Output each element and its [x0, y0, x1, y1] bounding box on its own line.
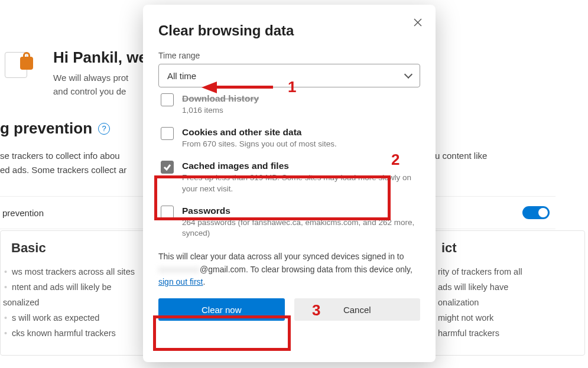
- cancel-button[interactable]: Cancel: [294, 298, 421, 321]
- data-type-list: Download history 1,016 items Cookies and…: [158, 93, 420, 247]
- card-basic-title: Basic: [11, 240, 138, 256]
- help-icon[interactable]: ?: [98, 123, 110, 135]
- sign-out-first-link[interactable]: sign out first: [158, 277, 203, 286]
- card-strict-title: ict: [441, 240, 579, 256]
- list-item: ads will likely haveonalization: [438, 279, 579, 310]
- privacy-lock-icon: [5, 48, 37, 81]
- close-icon: [413, 18, 423, 27]
- list-item: ws most trackers across all sites: [3, 264, 138, 279]
- list-item: rity of trackers from all: [438, 264, 579, 279]
- greeting-line: We will always prot: [53, 71, 147, 85]
- sync-note: This will clear your data across all you…: [158, 250, 420, 289]
- time-range-label: Time range: [158, 51, 420, 60]
- option-subtitle: Frees up less than 319 MB. Some sites ma…: [182, 172, 418, 195]
- checkbox-cached-images[interactable]: [161, 161, 174, 174]
- option-passwords[interactable]: Passwords 264 passwords (for fanshawec.c…: [158, 201, 420, 246]
- option-subtitle: 1,016 items: [182, 105, 259, 116]
- option-title: Passwords: [182, 206, 418, 216]
- check-icon: [163, 163, 171, 171]
- checkbox-download-history[interactable]: [161, 93, 174, 106]
- clear-browsing-data-dialog: Clear browsing data Time range All time …: [143, 5, 436, 362]
- list-item: might not work: [438, 310, 579, 325]
- list-item: s will work as expected: [3, 310, 138, 325]
- card-basic[interactable]: Basic ws most trackers across all sites …: [0, 230, 148, 356]
- option-title: Cached images and files: [182, 161, 418, 171]
- tracking-prevention-row-label: prevention: [2, 208, 44, 218]
- option-subtitle: 264 passwords (for fanshawec.ca, emakicm…: [182, 217, 418, 240]
- checkbox-passwords[interactable]: [161, 206, 174, 219]
- checkbox-cookies[interactable]: [161, 127, 174, 140]
- dialog-title: Clear browsing data: [158, 22, 420, 39]
- greeting-line: and control you de: [53, 85, 147, 99]
- greeting-block: Hi Pankil, we We will always prot and co…: [53, 48, 147, 98]
- tracking-prevention-toggle[interactable]: [522, 206, 550, 219]
- option-subtitle: From 670 sites. Signs you out of most si…: [182, 139, 337, 150]
- time-range-value: All time: [167, 71, 196, 81]
- close-button[interactable]: [408, 13, 427, 32]
- option-title: Download history: [182, 93, 259, 104]
- card-strict[interactable]: ict rity of trackers from all ads will l…: [431, 230, 585, 356]
- option-cookies[interactable]: Cookies and other site data From 670 sit…: [158, 122, 420, 156]
- option-download-history[interactable]: Download history 1,016 items: [158, 93, 420, 122]
- list-item: harmful trackers: [438, 325, 579, 341]
- option-title: Cookies and other site data: [182, 127, 337, 138]
- option-cached-images[interactable]: Cached images and files Frees up less th…: [158, 156, 420, 201]
- time-range-select[interactable]: All time: [158, 64, 420, 87]
- greeting-title: Hi Pankil, we: [53, 48, 147, 67]
- list-item: cks known harmful trackers: [3, 325, 138, 341]
- chevron-down-icon: [404, 70, 412, 79]
- list-item: ntent and ads will likely besonalized: [3, 279, 138, 310]
- tracking-prevention-title: g prevention: [0, 119, 92, 138]
- clear-now-button[interactable]: Clear now: [158, 298, 285, 321]
